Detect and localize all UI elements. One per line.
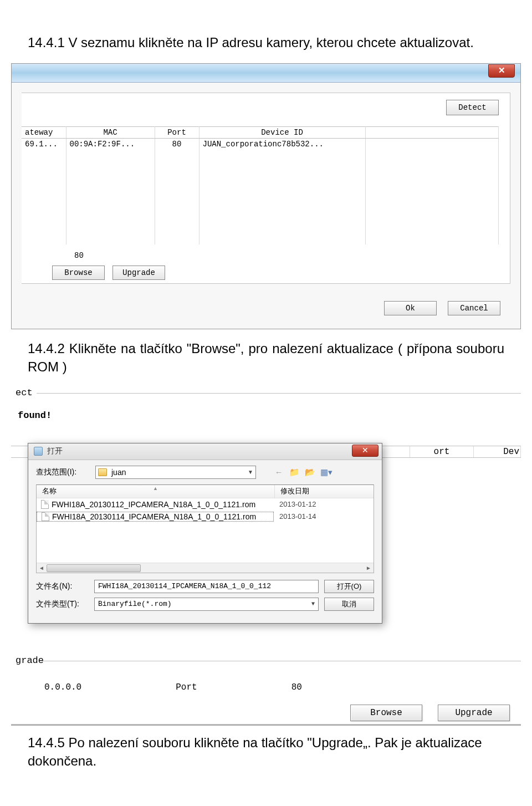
- file-date: 2013-01-12: [274, 500, 374, 508]
- open-title: 打开: [47, 446, 63, 456]
- port-label: Port: [176, 682, 197, 692]
- col-empty: [365, 126, 499, 138]
- col-mac[interactable]: MAC: [66, 126, 155, 138]
- grade-label: grade: [16, 655, 44, 666]
- filetype-label: 文件类型(T):: [36, 599, 89, 609]
- cell-mac: 00:9A:F2:9F...: [66, 138, 155, 150]
- instruction-14-4-1: 14.4.1 V seznamu klikněte na IP adresu k…: [28, 33, 504, 52]
- cancel-open-button[interactable]: 取消: [324, 598, 374, 611]
- filename-input[interactable]: FWHI18A_20130114_IPCAMERA_N18A_1_0_0_112: [94, 580, 319, 593]
- dropdown-arrow-icon: ▼: [308, 598, 318, 610]
- port-value: 80: [74, 251, 84, 260]
- scroll-right-icon[interactable]: ►: [364, 563, 374, 573]
- detect-dialog: ✕ Detect ateway MAC Port Device ID 69.1.…: [11, 63, 521, 329]
- open-file-dialog: 打开 ✕ 查找范围(I): juan ▼ ← 📁 📂 ▦▾: [28, 443, 382, 624]
- col-deviceid[interactable]: Device ID: [199, 126, 365, 138]
- device-table: ateway MAC Port Device ID 69.1... 00:9A:…: [22, 126, 499, 244]
- scroll-left-icon[interactable]: ◄: [37, 563, 47, 573]
- browse-button[interactable]: Browse: [350, 705, 422, 721]
- file-icon: [42, 512, 49, 521]
- filelist-col-date[interactable]: 修改日期: [275, 486, 374, 496]
- file-icon: [41, 500, 49, 509]
- file-row[interactable]: FWHI18A_20130112_IPCAMERA_N18A_1_0_0_112…: [37, 498, 374, 511]
- cell-port: 80: [155, 138, 199, 150]
- file-name: FWHI18A_20130112_IPCAMERA_N18A_1_0_0_112…: [52, 500, 255, 509]
- folder-name: juan: [111, 468, 245, 477]
- col-gateway[interactable]: ateway: [22, 126, 66, 138]
- view-menu-icon[interactable]: ▦▾: [320, 467, 330, 477]
- found-label: found!: [18, 410, 521, 421]
- instruction-14-4-2: 14.4.2 Klikněte na tlačítko "Browse", pr…: [28, 339, 504, 376]
- titlebar: ✕: [12, 64, 520, 83]
- scroll-thumb[interactable]: [47, 564, 141, 572]
- close-button[interactable]: ✕: [488, 64, 515, 78]
- detect-button[interactable]: Detect: [446, 100, 499, 115]
- folder-dropdown[interactable]: juan ▼: [95, 466, 256, 479]
- open-icon: [34, 447, 43, 456]
- horizontal-scrollbar[interactable]: ◄ ►: [37, 563, 374, 573]
- filetype-dropdown[interactable]: Binaryfile(*.rom) ▼: [94, 598, 319, 611]
- col-port[interactable]: Port: [155, 126, 199, 138]
- dropdown-arrow-icon: ▼: [245, 469, 255, 475]
- upgrade-button[interactable]: Upgrade: [112, 266, 165, 280]
- port-value: 80: [291, 682, 302, 692]
- cell-deviceid: JUAN_corporationc78b532...: [199, 138, 365, 150]
- file-date: 2013-01-14: [274, 512, 374, 521]
- back-icon[interactable]: ←: [274, 467, 284, 477]
- table-row[interactable]: 69.1... 00:9A:F2:9F... 80 JUAN_corporati…: [22, 138, 499, 150]
- file-open-screenshot: ect found! ort Dev 打开 ✕ 查找范围(I): juan: [11, 387, 521, 726]
- ect-label: ect: [16, 387, 33, 398]
- browse-button[interactable]: Browse: [52, 266, 105, 280]
- lookin-label: 查找范围(I):: [36, 467, 89, 477]
- open-titlebar: 打开 ✕: [28, 443, 382, 460]
- file-row[interactable]: FWHI18A_20130114_IPCAMERA_N18A_1_0_0_112…: [37, 511, 374, 523]
- file-list: 名称 ▲ 修改日期 FWHI18A_20130112_IPCAMERA_N18A…: [36, 484, 374, 573]
- bg-col-dev: Dev: [474, 446, 521, 457]
- folder-icon: [98, 468, 107, 476]
- cancel-button[interactable]: Cancel: [448, 301, 500, 315]
- ip-value: 0.0.0.0: [44, 682, 81, 692]
- open-button[interactable]: 打开(O): [324, 580, 374, 593]
- upgrade-button[interactable]: Upgrade: [438, 705, 510, 721]
- instruction-14-4-5: 14.4.5 Po nalezení souboru klikněte na t…: [28, 733, 504, 771]
- cell-gateway: 69.1...: [22, 138, 66, 150]
- sort-indicator-icon: ▲: [153, 486, 158, 491]
- filetype-value: Binaryfile(*.rom): [98, 598, 308, 610]
- close-button[interactable]: ✕: [352, 445, 378, 457]
- col-name-label: 名称: [42, 486, 57, 496]
- up-folder-icon[interactable]: 📁: [289, 467, 299, 477]
- filelist-col-name[interactable]: 名称 ▲: [37, 485, 275, 498]
- new-folder-icon[interactable]: 📂: [305, 467, 315, 477]
- bg-col-port: ort: [410, 446, 474, 457]
- file-name: FWHI18A_20130114_IPCAMERA_N18A_1_0_0_112…: [52, 512, 256, 521]
- filename-label: 文件名(N):: [36, 581, 89, 591]
- ok-button[interactable]: Ok: [384, 301, 437, 315]
- inner-panel: Detect ateway MAC Port Device ID 69.1...…: [22, 93, 510, 284]
